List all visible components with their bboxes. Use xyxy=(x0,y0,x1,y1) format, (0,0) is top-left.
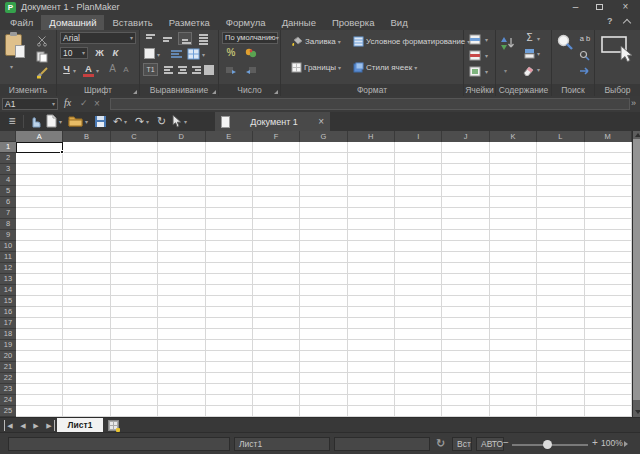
name-box[interactable]: A1 ▾ xyxy=(2,98,58,110)
italic-button[interactable]: К xyxy=(109,47,122,58)
insert-mode-button[interactable]: Вст xyxy=(452,437,472,451)
delete-cells-dropdown-icon[interactable]: ▾ xyxy=(485,53,488,59)
font-dialog-launcher-icon[interactable] xyxy=(133,90,137,94)
wrap-text-button[interactable] xyxy=(170,48,183,60)
font-size-combo[interactable]: 10▾ xyxy=(60,47,88,59)
cut-button[interactable] xyxy=(36,35,48,47)
repeat-button[interactable]: ↻ xyxy=(155,114,168,129)
underline-dropdown-icon[interactable]: ▾ xyxy=(73,68,76,74)
document-tab[interactable]: Документ 1 × xyxy=(215,112,330,131)
last-sheet-button[interactable]: ▶ xyxy=(44,420,55,431)
underline-button[interactable]: Ч xyxy=(61,63,72,74)
scroll-down-icon[interactable] xyxy=(635,410,640,414)
row-header-19[interactable]: 19 xyxy=(0,340,16,351)
select-all-corner[interactable] xyxy=(0,131,16,142)
column-header-H[interactable]: H xyxy=(348,131,395,142)
remove-decimal-button[interactable] xyxy=(245,64,257,76)
paste-button[interactable] xyxy=(5,34,22,56)
copy-button[interactable] xyxy=(36,51,48,63)
format-painter-button[interactable] xyxy=(36,67,48,79)
font-name-combo[interactable]: Arial▾ xyxy=(60,32,136,44)
document-tab-close-icon[interactable]: × xyxy=(318,116,324,127)
pointer-mode-button[interactable] xyxy=(172,115,182,128)
minimize-button[interactable]: – xyxy=(565,0,586,14)
row-header-6[interactable]: 6 xyxy=(0,197,16,208)
row-header-16[interactable]: 16 xyxy=(0,307,16,318)
zoom-slider-thumb[interactable] xyxy=(543,440,552,449)
row-header-1[interactable]: 1 xyxy=(0,142,16,153)
column-header-D[interactable]: D xyxy=(158,131,205,142)
replace-button[interactable]: a b xyxy=(577,34,593,43)
row-header-20[interactable]: 20 xyxy=(0,351,16,362)
autosum-button[interactable]: Σ xyxy=(524,32,535,43)
font-color-dropdown-icon[interactable]: ▾ xyxy=(96,68,99,74)
row-header-9[interactable]: 9 xyxy=(0,230,16,241)
formula-overflow-icon[interactable]: » xyxy=(631,98,636,108)
fill-button[interactable]: Заливка ▾ xyxy=(291,36,341,47)
undo-dropdown-icon[interactable]: ▾ xyxy=(124,119,127,125)
more-content-dropdown-icon[interactable]: ▾ xyxy=(504,68,507,74)
scroll-up-icon[interactable] xyxy=(635,133,640,137)
row-header-18[interactable]: 18 xyxy=(0,329,16,340)
close-button[interactable]: × xyxy=(615,0,636,14)
column-header-A[interactable]: A xyxy=(16,131,63,142)
fill-cells-dropdown-icon[interactable]: ▾ xyxy=(537,51,540,57)
merge-cells-button[interactable] xyxy=(144,48,155,59)
row-header-15[interactable]: 15 xyxy=(0,296,16,307)
borders-button[interactable]: Границы ▾ xyxy=(291,62,341,73)
column-header-F[interactable]: F xyxy=(253,131,300,142)
shrink-font-button[interactable]: А xyxy=(121,65,131,74)
open-dropdown-icon[interactable]: ▾ xyxy=(85,119,88,125)
font-color-button[interactable]: А xyxy=(83,63,94,77)
delete-cells-button[interactable] xyxy=(469,50,481,61)
format-cells-dropdown-icon[interactable]: ▾ xyxy=(485,69,488,75)
column-header-J[interactable]: J xyxy=(442,131,489,142)
row-header-2[interactable]: 2 xyxy=(0,153,16,164)
open-document-button[interactable] xyxy=(68,115,83,127)
distribute-button[interactable] xyxy=(197,33,210,45)
undo-button[interactable]: ↶ xyxy=(111,114,124,129)
row-header-13[interactable]: 13 xyxy=(0,274,16,285)
column-header-B[interactable]: B xyxy=(63,131,110,142)
row-header-24[interactable]: 24 xyxy=(0,395,16,406)
column-header-I[interactable]: I xyxy=(395,131,442,142)
number-format-combo[interactable]: По умолчанию▾ xyxy=(222,32,278,44)
fill-cells-button[interactable] xyxy=(524,48,535,59)
row-header-8[interactable]: 8 xyxy=(0,219,16,230)
justify-button[interactable] xyxy=(204,65,214,75)
sync-icon[interactable]: ↻ xyxy=(436,437,445,450)
conditional-formatting-button[interactable]: Условное форматирование ▾ xyxy=(353,36,470,47)
zoom-out-button[interactable]: − xyxy=(503,437,509,448)
row-header-7[interactable]: 7 xyxy=(0,208,16,219)
row-header-12[interactable]: 12 xyxy=(0,263,16,274)
row-header-5[interactable]: 5 xyxy=(0,186,16,197)
insert-function-button[interactable]: fx xyxy=(64,97,71,108)
menu-tab-8[interactable]: Вид xyxy=(383,15,416,30)
new-document-button[interactable] xyxy=(46,114,57,128)
align-left-button[interactable] xyxy=(162,64,175,76)
pointer-dropdown-icon[interactable]: ▾ xyxy=(184,119,187,125)
column-header-L[interactable]: L xyxy=(537,131,584,142)
number-dialog-launcher-icon[interactable] xyxy=(274,90,278,94)
column-header-K[interactable]: K xyxy=(490,131,537,142)
menu-tab-7[interactable]: Проверка xyxy=(324,15,383,30)
vertical-scrollbar-thumb[interactable] xyxy=(633,139,640,400)
column-header-C[interactable]: C xyxy=(111,131,158,142)
align-middle-button[interactable] xyxy=(161,33,174,45)
fill-handle[interactable] xyxy=(60,150,64,154)
currency-format-button[interactable] xyxy=(245,47,257,59)
redo-button[interactable]: ↷ xyxy=(133,114,146,129)
cancel-entry-button[interactable]: × xyxy=(94,98,100,109)
menu-tab-5[interactable]: Формула xyxy=(218,15,274,30)
touch-mode-button[interactable] xyxy=(28,115,41,128)
menu-tab-6[interactable]: Данные xyxy=(274,15,324,30)
row-header-21[interactable]: 21 xyxy=(0,362,16,373)
formula-input[interactable] xyxy=(110,98,630,110)
cells-area[interactable] xyxy=(16,142,632,417)
align-right-button[interactable] xyxy=(190,64,203,76)
align-top-button[interactable] xyxy=(144,33,157,45)
search-again-button[interactable] xyxy=(579,50,590,61)
maximize-button[interactable] xyxy=(589,0,610,14)
search-button[interactable] xyxy=(556,34,574,52)
bold-button[interactable]: Ж xyxy=(93,47,106,58)
